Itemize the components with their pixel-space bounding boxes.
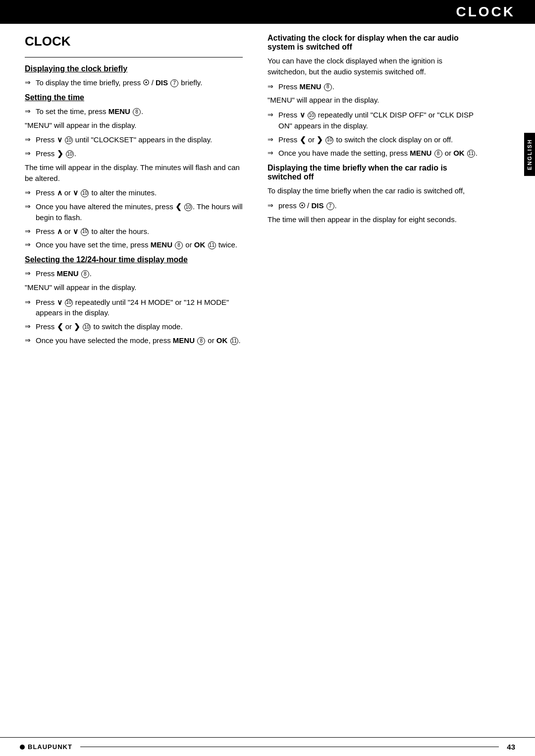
section-12-24-hour: Selecting the 12/24-hour time display mo…: [25, 255, 243, 346]
section-display-time-title: Displaying the time briefly when the car…: [268, 164, 481, 181]
arrow-icon: ⇒: [25, 336, 34, 346]
logo-dot: [20, 745, 25, 750]
s3-item3: ⇒ Press ❮ or ❯ 10 to switch the display …: [25, 321, 243, 332]
arrow-icon: ⇒: [25, 240, 34, 250]
s2-item7-text: Once you have set the time, press MENU 8…: [36, 239, 243, 250]
s3-plain1: "MENU" will appear in the display.: [25, 282, 243, 293]
arrow-icon: ⇒: [268, 148, 276, 158]
act-item3: ⇒ Press ❮ or ❯ 10 to switch the clock di…: [268, 134, 481, 145]
s2-item7: ⇒ Once you have set the time, press MENU…: [25, 239, 243, 250]
blaupunkt-logo: Blaupunkt: [20, 743, 72, 751]
arrow-icon: ⇒: [25, 188, 34, 198]
arrow-icon: ⇒: [25, 269, 34, 279]
left-column: CLOCK Displaying the clock briefly ⇒ To …: [0, 24, 258, 361]
act-item2-text: Press ∨ 10 repeatedly until "CLK DISP OF…: [278, 110, 481, 131]
s3-item4-text: Once you have selected the mode, press M…: [36, 335, 243, 346]
s2-item5-text: Once you have altered the minutes, press…: [36, 201, 243, 223]
s2-item3: ⇒ Press ❯ 10.: [25, 148, 243, 159]
act-item2: ⇒ Press ∨ 10 repeatedly until "CLK DISP …: [268, 110, 481, 131]
arrow-icon: ⇒: [268, 135, 276, 145]
s2-item3-text: Press ❯ 10.: [36, 148, 243, 159]
page-main-title: CLOCK: [25, 34, 243, 49]
s2-item5: ⇒ Once you have altered the minutes, pre…: [25, 201, 243, 223]
dt-plain1: The time will then appear in the display…: [268, 214, 481, 225]
num7: 7: [170, 79, 178, 87]
arrow-icon: ⇒: [25, 322, 34, 332]
s2-item2-text: Press ∨ 10 until "CLOCKSET" appears in t…: [36, 134, 243, 145]
act-item3-text: Press ❮ or ❯ 10 to switch the clock disp…: [278, 134, 481, 145]
section1-item1-text: To display the time briefly, press ☉ / D…: [36, 77, 243, 88]
s3-item3-text: Press ❮ or ❯ 10 to switch the display mo…: [36, 321, 243, 332]
arrow-icon: ⇒: [268, 82, 276, 92]
section-activating-title: Activating the clock for display when th…: [268, 34, 481, 52]
act-item4-text: Once you have made the setting, press ME…: [278, 148, 481, 159]
page-header: CLOCK: [0, 0, 535, 24]
s2-item1-text: To set the time, press MENU 8.: [36, 106, 243, 117]
dt-item1-text: press ☉ / DIS 7.: [278, 200, 481, 211]
s3-item1: ⇒ Press MENU 8.: [25, 268, 243, 279]
dt-item1: ⇒ press ☉ / DIS 7.: [268, 200, 481, 211]
section-setting-time: Setting the time ⇒ To set the time, pres…: [25, 93, 243, 250]
arrow-icon: ⇒: [25, 202, 34, 212]
act-item1: ⇒ Press MENU 8.: [268, 81, 481, 92]
footer-line: [80, 747, 499, 748]
act-plain1: "MENU" will appear in the display.: [268, 95, 481, 106]
english-tab: ENGLISH: [524, 133, 535, 176]
s3-item2-text: Press ∨ 10 repeatedly until "24 H MODE" …: [36, 297, 243, 319]
act-item4: ⇒ Once you have made the setting, press …: [268, 148, 481, 159]
arrow-icon: ⇒: [25, 227, 34, 236]
page-number: 43: [507, 743, 515, 751]
divider: [25, 57, 243, 58]
section3-title: Selecting the 12/24-hour time display mo…: [25, 255, 243, 264]
s2-item6-text: Press ∧ or ∨ 10 to alter the hours.: [36, 226, 243, 237]
arrow-icon: ⇒: [25, 297, 34, 307]
arrow-icon: ⇒: [25, 107, 34, 116]
symbol-clock: ☉: [143, 78, 149, 87]
s3-item2: ⇒ Press ∨ 10 repeatedly until "24 H MODE…: [25, 297, 243, 319]
section-displaying-clock: Displaying the clock briefly ⇒ To displa…: [25, 64, 243, 88]
s2-plain2: The time will appear in the display. The…: [25, 162, 243, 184]
brand-name: Blaupunkt: [28, 743, 72, 751]
section-activating-clock: Activating the clock for display when th…: [268, 34, 481, 159]
s2-item6: ⇒ Press ∧ or ∨ 10 to alter the hours.: [25, 226, 243, 237]
header-title: CLOCK: [456, 4, 515, 19]
s2-plain1: "MENU" will appear in the display.: [25, 120, 243, 131]
act-item1-text: Press MENU 8.: [278, 81, 481, 92]
arrow-icon: ⇒: [268, 110, 276, 120]
display-time-intro: To display the time briefly when the car…: [268, 185, 481, 196]
page-footer: Blaupunkt 43: [0, 737, 535, 756]
s3-item1-text: Press MENU 8.: [36, 268, 243, 279]
activating-intro: You can have the clock displayed when th…: [268, 56, 481, 77]
right-column: Activating the clock for display when th…: [258, 24, 495, 361]
section2-title: Setting the time: [25, 93, 243, 102]
section-display-time-radio-off: Displaying the time briefly when the car…: [268, 164, 481, 225]
arrow-icon: ⇒: [25, 78, 34, 88]
s2-item4-text: Press ∧ or ∨ 10 to alter the minutes.: [36, 187, 243, 198]
arrow-icon: ⇒: [268, 201, 276, 211]
page-content: CLOCK Displaying the clock briefly ⇒ To …: [0, 24, 535, 361]
arrow-icon: ⇒: [25, 135, 34, 145]
section1-title: Displaying the clock briefly: [25, 64, 243, 73]
s2-item1: ⇒ To set the time, press MENU 8.: [25, 106, 243, 117]
s3-item4: ⇒ Once you have selected the mode, press…: [25, 335, 243, 346]
s2-item4: ⇒ Press ∧ or ∨ 10 to alter the minutes.: [25, 187, 243, 198]
arrow-icon: ⇒: [25, 149, 34, 159]
section1-item1: ⇒ To display the time briefly, press ☉ /…: [25, 77, 243, 88]
s2-item2: ⇒ Press ∨ 10 until "CLOCKSET" appears in…: [25, 134, 243, 145]
